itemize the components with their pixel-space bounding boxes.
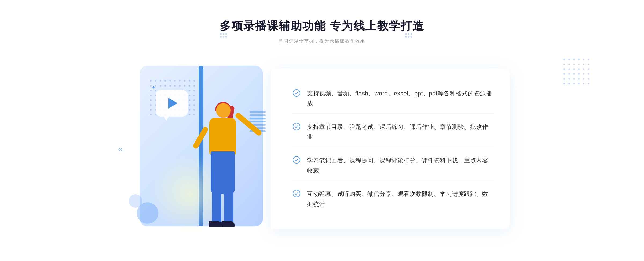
- person-shoe-left: [209, 221, 222, 227]
- check-icon-4: [292, 189, 301, 197]
- page-subtitle: 学习进度全掌握，提升录播课教学效果: [220, 38, 424, 44]
- feature-text-1: 支持视频、音频、flash、word、excel、ppt、pdf等各种格式的资源…: [307, 88, 494, 109]
- deco-dots-left: [220, 33, 227, 38]
- svg-point-1: [293, 123, 300, 130]
- person-head: [216, 103, 231, 118]
- sparkle-icon: ✦: [152, 84, 156, 90]
- features-card: 支持视频、音频、flash、word、excel、ppt、pdf等各种格式的资源…: [271, 68, 510, 229]
- feature-text-3: 学习笔记回看、课程提问、课程评论打分、课件资料下载，重点内容收藏: [307, 155, 494, 176]
- person-pants: [211, 151, 235, 194]
- check-icon-1: [292, 89, 301, 97]
- deco-dots-right: [405, 33, 412, 38]
- content-area: ✦: [134, 58, 510, 240]
- feature-item-2: 支持章节目录、弹题考试、课后练习、课后作业、章节测验、批改作业: [292, 117, 494, 147]
- person-shoe-right: [221, 221, 235, 227]
- illustration-wrapper: ✦: [134, 58, 274, 240]
- person-leg-right: [224, 189, 233, 224]
- svg-point-3: [293, 190, 300, 197]
- check-icon-3: [292, 156, 301, 164]
- person-figure: [174, 100, 250, 240]
- page-title: 多项录播课辅助功能 专为线上教学打造: [220, 18, 424, 33]
- right-deco-dots: [564, 59, 590, 85]
- deco-circle-small: [129, 194, 142, 208]
- person-leg-left: [212, 189, 221, 224]
- svg-point-2: [293, 156, 300, 163]
- feature-text-2: 支持章节目录、弹题考试、课后练习、课后作业、章节测验、批改作业: [307, 122, 494, 142]
- check-icon-2: [292, 122, 301, 130]
- left-chevron-icon: «: [118, 144, 123, 154]
- person-arm-left: [192, 126, 209, 150]
- feature-text-4: 互动弹幕、试听购买、微信分享、观看次数限制、学习进度跟踪、数据统计: [307, 189, 494, 209]
- svg-point-0: [293, 90, 300, 96]
- feature-item-1: 支持视频、音频、flash、word、excel、ppt、pdf等各种格式的资源…: [292, 84, 494, 114]
- header-section: 多项录播课辅助功能 专为线上教学打造 学习进度全掌握，提升录播课教学效果: [220, 18, 424, 44]
- feature-item-4: 互动弹幕、试听购买、微信分享、观看次数限制、学习进度跟踪、数据统计: [292, 184, 494, 214]
- person-torso: [209, 118, 236, 155]
- feature-item-3: 学习笔记回看、课程提问、课程评论打分、课件资料下载，重点内容收藏: [292, 151, 494, 181]
- page-wrapper: 多项录播课辅助功能 专为线上教学打造 学习进度全掌握，提升录播课教学效果: [0, 5, 644, 256]
